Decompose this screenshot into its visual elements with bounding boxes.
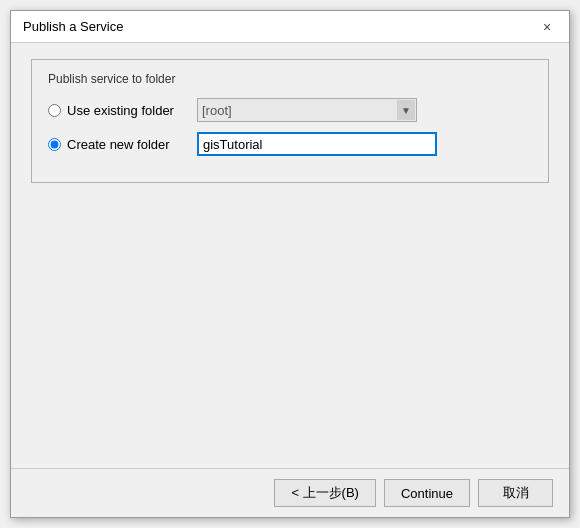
new-folder-label[interactable]: Create new folder xyxy=(67,137,197,152)
dialog-body: Publish service to folder Use existing f… xyxy=(11,43,569,468)
publish-service-dialog: Publish a Service × Publish service to f… xyxy=(10,10,570,518)
close-button[interactable]: × xyxy=(537,17,557,37)
back-button[interactable]: < 上一步(B) xyxy=(274,479,376,507)
publish-folder-group: Publish service to folder Use existing f… xyxy=(31,59,549,183)
existing-folder-select-wrapper: [root] ▼ xyxy=(197,98,417,122)
new-folder-row: Create new folder xyxy=(48,132,532,156)
title-bar: Publish a Service × xyxy=(11,11,569,43)
existing-folder-select[interactable]: [root] xyxy=(197,98,417,122)
dialog-footer: < 上一步(B) Continue 取消 xyxy=(11,468,569,517)
create-new-radio[interactable] xyxy=(48,138,61,151)
new-folder-input[interactable] xyxy=(197,132,437,156)
body-spacer xyxy=(31,195,549,452)
group-label: Publish service to folder xyxy=(48,72,532,86)
use-existing-radio[interactable] xyxy=(48,104,61,117)
continue-button[interactable]: Continue xyxy=(384,479,470,507)
existing-folder-label[interactable]: Use existing folder xyxy=(67,103,197,118)
dialog-title: Publish a Service xyxy=(23,19,123,34)
existing-folder-row: Use existing folder [root] ▼ xyxy=(48,98,532,122)
cancel-button[interactable]: 取消 xyxy=(478,479,553,507)
